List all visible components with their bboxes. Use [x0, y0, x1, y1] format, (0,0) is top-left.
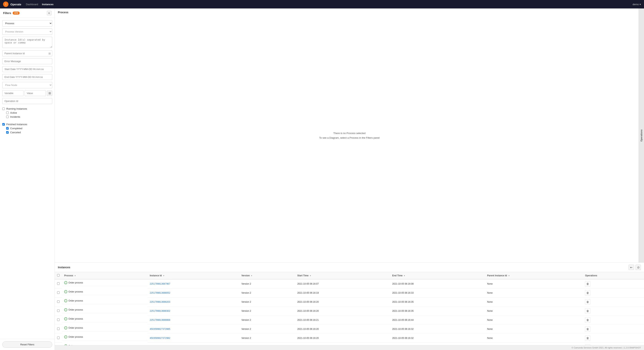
cell-process-1: ✓ Order process	[62, 288, 148, 295]
instance-link-1[interactable]: 2251799813688052	[150, 291, 170, 294]
delete-button-1[interactable]: 🗑	[585, 290, 590, 295]
add-variable-button[interactable]: ⊞	[47, 91, 52, 96]
nav-instances[interactable]: Instances	[42, 2, 54, 7]
collapse-instances-button[interactable]: ⇤	[628, 265, 634, 270]
flow-node-select[interactable]: Flow Node	[2, 82, 52, 88]
cell-start-time-2: 2021-10-05 06:16:20	[295, 297, 390, 306]
instance-id-sort-icon: ▾	[163, 275, 164, 277]
end-date-input[interactable]	[2, 74, 52, 80]
incidents-checkbox-label[interactable]: Incidents	[6, 115, 52, 119]
status-icon-3: ✓	[64, 308, 67, 311]
operations-tab[interactable]: Operations	[638, 9, 644, 262]
reset-filters-button[interactable]: Reset Filters	[2, 341, 52, 348]
process-select[interactable]: Process	[2, 20, 52, 27]
instance-link-3[interactable]: 2251799813688302	[150, 310, 170, 312]
parent-instance-input[interactable]	[2, 50, 52, 56]
status-icon-4: ✓	[64, 317, 67, 320]
finished-instances-checkbox-label[interactable]: Finished Instances	[2, 122, 52, 126]
col-version[interactable]: Version ▾	[239, 272, 295, 279]
row-checkbox-5[interactable]	[57, 327, 60, 330]
instance-link-6[interactable]: 4503599627372982	[150, 337, 170, 339]
flow-node-filter: Flow Node	[2, 82, 52, 88]
cell-version-1: Version 2	[239, 288, 295, 297]
completed-checkbox-label[interactable]: Completed	[6, 126, 52, 130]
cell-instance-id-0: 2251799813687967	[148, 279, 239, 288]
row-checkbox-4[interactable]	[57, 318, 60, 321]
canceled-checkbox[interactable]	[6, 131, 9, 134]
cell-version-3: Version 2	[239, 306, 295, 315]
col-start-time[interactable]: Start Time ▾	[295, 272, 390, 279]
parent-sort-icon: ▾	[508, 275, 510, 277]
cell-start-time-1: 2021-10-05 06:16:19	[295, 288, 390, 297]
instance-link-5[interactable]: 4503599627372885	[150, 328, 170, 330]
cell-start-time-6: 2021-10-05 06:16:20	[295, 334, 390, 343]
delete-button-6[interactable]: 🗑	[585, 335, 590, 341]
status-icon-6: ✓	[64, 335, 67, 338]
active-checkbox-label[interactable]: Active	[6, 111, 52, 115]
start-date-input[interactable]	[2, 66, 52, 72]
row-checkbox-2[interactable]	[57, 300, 60, 303]
collapse-sidebar-button[interactable]: K	[47, 11, 52, 15]
operation-id-input[interactable]	[2, 98, 52, 104]
nav-dashboard[interactable]: Dashboard	[26, 2, 38, 7]
row-checkbox-3[interactable]	[57, 309, 60, 312]
process-version-select[interactable]: Process Version	[2, 29, 52, 35]
cell-ops-5: 🗑	[583, 325, 644, 334]
instance-link-4[interactable]: 2251799813688868	[150, 319, 170, 321]
app-brand: Operate	[10, 3, 21, 6]
incidents-checkbox[interactable]	[6, 116, 9, 118]
active-checkbox[interactable]	[6, 112, 9, 114]
instance-ids-textarea[interactable]	[2, 37, 52, 48]
instances-header: Instances ⇤ ⊘	[55, 263, 644, 272]
operation-id-filter	[2, 98, 52, 104]
process-empty-line1: There is no Process selected	[319, 131, 380, 135]
completed-checkbox[interactable]	[6, 127, 9, 130]
cell-end-time-6: 2021-10-05 06:16:32	[390, 334, 485, 343]
finished-instances-checkbox[interactable]	[2, 123, 5, 126]
col-process[interactable]: Process ▾	[62, 272, 148, 279]
process-name-1: Order process	[68, 290, 83, 293]
table-row: ✓ Order process 2251799813688052 Version…	[55, 288, 644, 297]
delete-button-0[interactable]: 🗑	[585, 281, 590, 286]
error-message-input[interactable]	[2, 58, 52, 64]
process-version-filter: Process Version	[2, 29, 52, 35]
user-menu[interactable]: demo ▾	[632, 3, 641, 6]
running-instances-checkbox[interactable]	[2, 108, 5, 110]
cell-ops-6: 🗑	[583, 334, 644, 343]
process-empty-line2: To see a Diagram, select a Process in th…	[319, 136, 380, 140]
instances-panel: Instances ⇤ ⊘ Process ▾	[55, 263, 644, 345]
cell-instance-id-1: 2251799813688052	[148, 288, 239, 297]
error-message-filter	[2, 58, 52, 64]
end-time-sort-icon: ▾	[404, 275, 405, 277]
col-parent-instance-id[interactable]: Parent Instance Id ▾	[485, 272, 583, 279]
col-instance-id[interactable]: Instance Id ▾	[148, 272, 239, 279]
row-checkbox-6[interactable]	[57, 336, 60, 339]
row-checkbox-1[interactable]	[57, 291, 60, 294]
cell-start-time-0: 2021-10-05 06:16:07	[295, 279, 390, 288]
running-instances-checkbox-label[interactable]: Running Instances	[2, 107, 52, 111]
start-date-filter	[2, 66, 52, 72]
cell-instance-id-4: 2251799813688868	[148, 315, 239, 325]
filter-instances-button[interactable]: ⊘	[636, 265, 641, 270]
process-filter: Process	[2, 20, 52, 27]
chevron-down-icon: ▾	[640, 3, 641, 6]
cell-process-7: ✓ Order process	[62, 343, 148, 345]
canceled-checkbox-label[interactable]: Canceled	[6, 130, 52, 134]
instance-link-0[interactable]: 2251799813687967	[150, 282, 170, 285]
page-footer: © Camunda Services GmbH 2021. All rights…	[55, 345, 644, 350]
cell-parent-0: None	[485, 279, 583, 288]
app-logo: !	[3, 2, 8, 7]
delete-button-4[interactable]: 🗑	[585, 317, 590, 323]
select-all-checkbox[interactable]	[57, 274, 60, 276]
col-end-time[interactable]: End Time ▾	[390, 272, 485, 279]
instances-table: Process ▾ Instance Id ▾ Version ▾	[55, 272, 644, 345]
delete-button-5[interactable]: 🗑	[585, 326, 590, 332]
instance-link-2[interactable]: 2251799813688203	[150, 300, 170, 303]
delete-button-2[interactable]: 🗑	[585, 299, 590, 305]
variable-input[interactable]	[2, 90, 24, 96]
value-input[interactable]	[24, 90, 46, 96]
delete-button-3[interactable]: 🗑	[585, 308, 590, 314]
row-checkbox-0[interactable]	[57, 282, 60, 285]
cell-process-6: ✓ Order process	[62, 334, 148, 340]
cell-ops-0: 🗑	[583, 279, 644, 288]
